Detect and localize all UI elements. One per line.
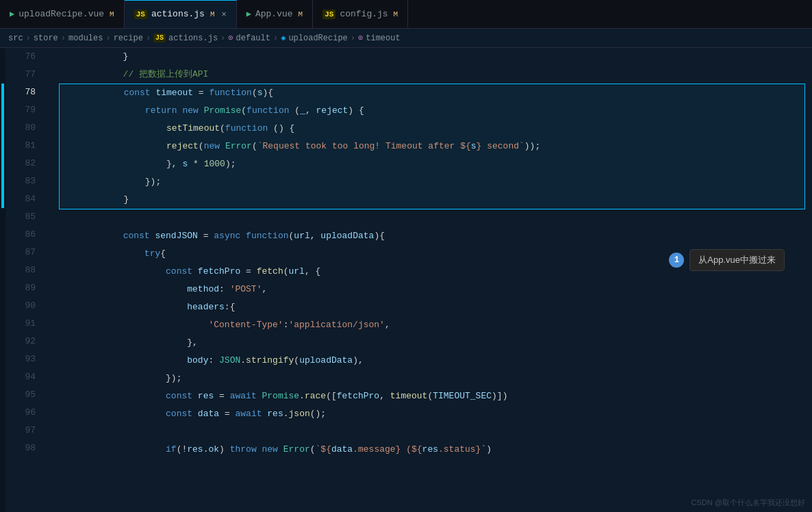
code-line-85 xyxy=(59,209,812,227)
line-number: 87 xyxy=(5,244,38,261)
js-icon: JS xyxy=(322,10,335,19)
code-line-81: reject(new Error(`Request took too long!… xyxy=(59,138,805,155)
breadcrumb: src › store › modules › recipe › JS acti… xyxy=(0,29,812,48)
modified-indicator: M xyxy=(110,10,114,18)
code-line-96: const data = await res.json(); xyxy=(59,405,812,423)
line-number: 96 xyxy=(5,404,38,422)
breadcrumb-default: default xyxy=(236,34,270,43)
breadcrumb-func-icon: ⊙ xyxy=(228,33,233,43)
editor-container: ▶ uploadRecipe.vue M JS actions.js M ✕ ▶… xyxy=(0,0,812,512)
line-number: 84 xyxy=(5,190,38,208)
code-line-82: }, s * 1000); xyxy=(59,155,805,173)
tab-label: uploadRecipe.vue xyxy=(18,9,104,19)
line-number: 77 xyxy=(5,66,38,84)
breadcrumb-timeout: timeout xyxy=(366,34,400,43)
line-number: 76 xyxy=(5,48,38,66)
code-line-95: const res = await Promise.race([fetchPro… xyxy=(59,387,812,405)
line-number: 91 xyxy=(5,315,38,333)
code-line-97 xyxy=(59,423,812,441)
line-number: 89 xyxy=(5,279,38,297)
line-number: 88 xyxy=(5,261,38,279)
line-number: 83 xyxy=(5,172,38,190)
line-number: 79 xyxy=(5,101,38,119)
breadcrumb-js-badge: JS xyxy=(153,34,166,42)
vue-icon: ▶ xyxy=(246,9,251,19)
breadcrumb-obj-icon: ◈ xyxy=(281,33,286,43)
line-number: 78 xyxy=(5,84,38,101)
tab-uploadrecipe[interactable]: ▶ uploadRecipe.vue M xyxy=(0,0,125,28)
code-line-76: } xyxy=(59,48,812,66)
close-button[interactable]: ✕ xyxy=(222,9,227,19)
breadcrumb-store: store xyxy=(34,34,58,43)
tab-label: App.vue xyxy=(255,9,293,19)
code-line-78: const timeout = function(s){ xyxy=(59,84,805,102)
line-number: 97 xyxy=(5,422,38,439)
code-line-90: headers:{ xyxy=(59,298,812,316)
code-line-83: }); xyxy=(59,173,805,191)
line-number: 98 xyxy=(5,439,38,457)
modified-indicator: M xyxy=(210,10,215,18)
line-number: 93 xyxy=(5,350,38,368)
line-number: 94 xyxy=(5,368,38,386)
code-line-91: 'Content-Type':'application/json', xyxy=(59,316,812,334)
fold-area xyxy=(44,48,56,512)
breadcrumb-modules: modules xyxy=(68,34,103,43)
breadcrumb-src: src xyxy=(8,34,23,43)
code-line-84: } xyxy=(59,191,805,209)
line-number: 80 xyxy=(5,119,38,137)
code-line-98: if(!res.ok) throw new Error(`${data.mess… xyxy=(59,441,812,459)
tab-label: actions.js xyxy=(151,9,205,19)
sidebar-strip xyxy=(0,48,5,512)
tab-config[interactable]: JS config.js M xyxy=(313,0,408,28)
code-line-92: }, xyxy=(59,334,812,352)
code-line-93: body: JSON.stringify(uploadData), xyxy=(59,352,812,370)
breadcrumb-uploadrecipe: uploadRecipe xyxy=(288,34,347,43)
tab-appvue[interactable]: ▶ App.vue M xyxy=(237,0,313,28)
line-number: 85 xyxy=(5,208,38,226)
annotation: 1 从App.vue中搬过来 xyxy=(669,249,785,271)
line-number-gutter: 76 77 78 79 80 81 82 83 84 85 86 87 88 8… xyxy=(5,48,44,512)
code-line-77: // 把数据上传到API xyxy=(59,66,812,84)
line-number: 90 xyxy=(5,297,38,315)
code-area[interactable]: } // 把数据上传到API const timeout = function(… xyxy=(56,48,812,512)
editor-body: 76 77 78 79 80 81 82 83 84 85 86 87 88 8… xyxy=(0,48,812,512)
line-number: 92 xyxy=(5,333,38,350)
tab-label: config.js xyxy=(340,9,388,19)
tab-bar: ▶ uploadRecipe.vue M JS actions.js M ✕ ▶… xyxy=(0,0,812,29)
modified-indicator: M xyxy=(299,10,303,18)
code-line-79: return new Promise(function (_, reject) … xyxy=(59,102,805,120)
breadcrumb-recipe: recipe xyxy=(114,34,143,43)
line-number: 81 xyxy=(5,137,38,155)
code-line-89: method: 'POST', xyxy=(59,281,812,298)
breadcrumb-actionsjs: actions.js xyxy=(168,34,218,43)
watermark: CSDN @取个什么名字我还没想好 xyxy=(692,498,805,508)
js-icon: JS xyxy=(134,10,147,19)
code-line-94: }); xyxy=(59,370,812,387)
code-line-80: setTimeout(function () { xyxy=(59,120,805,138)
line-number: 82 xyxy=(5,155,38,172)
breadcrumb-var-icon: ⊙ xyxy=(358,33,363,43)
modified-indicator: M xyxy=(394,10,398,18)
code-line-86: const sendJSON = async function(url, upl… xyxy=(59,227,812,245)
tab-actions[interactable]: JS actions.js M ✕ xyxy=(125,0,237,28)
line-number: 95 xyxy=(5,386,38,404)
annotation-text: 从App.vue中搬过来 xyxy=(689,249,785,271)
line-number: 86 xyxy=(5,226,38,244)
vue-icon: ▶ xyxy=(10,9,14,19)
annotation-badge: 1 xyxy=(669,253,684,268)
